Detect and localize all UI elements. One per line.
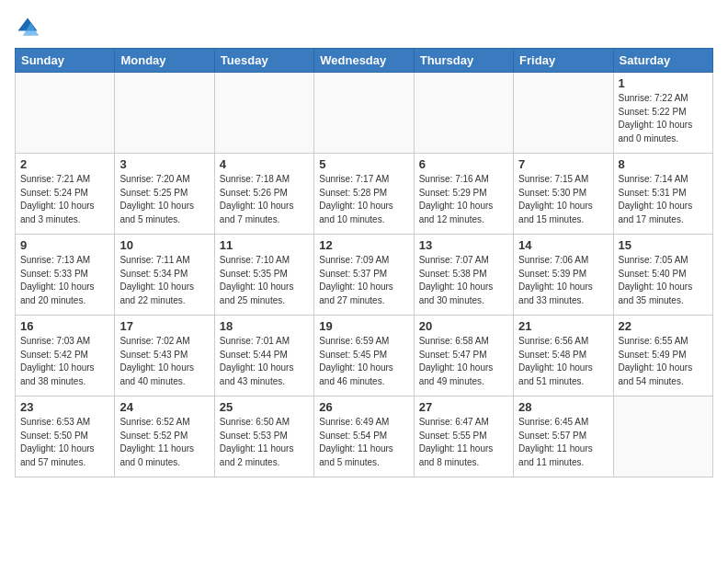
day-number: 24 (119, 400, 209, 414)
header-thursday: Thursday (414, 49, 513, 73)
day-number: 4 (220, 157, 309, 171)
day-cell: 10Sunrise: 7:11 AM Sunset: 5:34 PM Dayli… (115, 235, 214, 316)
day-number: 15 (619, 238, 708, 252)
day-number: 14 (518, 238, 608, 252)
day-cell (16, 73, 115, 154)
header-tuesday: Tuesday (214, 49, 313, 73)
day-number: 21 (518, 319, 608, 333)
day-cell: 8Sunrise: 7:14 AM Sunset: 5:31 PM Daylig… (613, 154, 712, 235)
day-number: 26 (319, 400, 408, 414)
day-info: Sunrise: 6:53 AM Sunset: 5:50 PM Dayligh… (20, 416, 109, 469)
day-cell: 21Sunrise: 6:56 AM Sunset: 5:48 PM Dayli… (514, 316, 613, 396)
day-number: 5 (319, 157, 408, 171)
day-cell: 6Sunrise: 7:16 AM Sunset: 5:29 PM Daylig… (414, 154, 513, 235)
day-cell: 26Sunrise: 6:49 AM Sunset: 5:54 PM Dayli… (314, 396, 414, 477)
day-number: 16 (20, 319, 109, 333)
day-info: Sunrise: 7:22 AM Sunset: 5:22 PM Dayligh… (619, 92, 708, 145)
day-number: 25 (220, 400, 309, 414)
week-row-4: 16Sunrise: 7:03 AM Sunset: 5:42 PM Dayli… (16, 316, 713, 396)
day-cell (214, 73, 313, 154)
day-number: 10 (119, 238, 209, 252)
day-cell: 23Sunrise: 6:53 AM Sunset: 5:50 PM Dayli… (16, 396, 115, 477)
day-cell: 15Sunrise: 7:05 AM Sunset: 5:40 PM Dayli… (613, 235, 712, 316)
day-cell: 12Sunrise: 7:09 AM Sunset: 5:37 PM Dayli… (314, 235, 414, 316)
day-info: Sunrise: 7:05 AM Sunset: 5:40 PM Dayligh… (619, 254, 708, 307)
day-cell (414, 73, 513, 154)
day-cell: 18Sunrise: 7:01 AM Sunset: 5:44 PM Dayli… (214, 316, 313, 396)
calendar-table: SundayMondayTuesdayWednesdayThursdayFrid… (15, 48, 713, 477)
day-cell: 2Sunrise: 7:21 AM Sunset: 5:24 PM Daylig… (16, 154, 115, 235)
day-info: Sunrise: 6:58 AM Sunset: 5:47 PM Dayligh… (419, 335, 508, 388)
logo-icon (15, 15, 40, 40)
day-cell: 24Sunrise: 6:52 AM Sunset: 5:52 PM Dayli… (115, 396, 214, 477)
day-info: Sunrise: 6:56 AM Sunset: 5:48 PM Dayligh… (518, 335, 608, 388)
day-number: 19 (319, 319, 408, 333)
header-sunday: Sunday (16, 49, 115, 73)
day-number: 2 (20, 157, 109, 171)
day-cell (613, 396, 712, 477)
day-cell (115, 73, 214, 154)
day-info: Sunrise: 6:55 AM Sunset: 5:49 PM Dayligh… (619, 335, 708, 388)
day-info: Sunrise: 7:14 AM Sunset: 5:31 PM Dayligh… (619, 173, 708, 226)
day-cell: 14Sunrise: 7:06 AM Sunset: 5:39 PM Dayli… (514, 235, 613, 316)
day-cell: 9Sunrise: 7:13 AM Sunset: 5:33 PM Daylig… (16, 235, 115, 316)
day-info: Sunrise: 6:47 AM Sunset: 5:55 PM Dayligh… (419, 416, 508, 469)
day-info: Sunrise: 7:16 AM Sunset: 5:29 PM Dayligh… (419, 173, 508, 226)
day-info: Sunrise: 7:17 AM Sunset: 5:28 PM Dayligh… (319, 173, 408, 226)
day-number: 1 (619, 76, 708, 90)
day-number: 6 (419, 157, 508, 171)
day-cell: 1Sunrise: 7:22 AM Sunset: 5:22 PM Daylig… (613, 73, 712, 154)
header-saturday: Saturday (613, 49, 712, 73)
day-cell: 19Sunrise: 6:59 AM Sunset: 5:45 PM Dayli… (314, 316, 414, 396)
day-info: Sunrise: 6:59 AM Sunset: 5:45 PM Dayligh… (319, 335, 408, 388)
day-number: 22 (619, 319, 708, 333)
day-info: Sunrise: 7:10 AM Sunset: 5:35 PM Dayligh… (220, 254, 309, 307)
day-info: Sunrise: 7:07 AM Sunset: 5:38 PM Dayligh… (419, 254, 508, 307)
header-friday: Friday (514, 49, 613, 73)
header-monday: Monday (115, 49, 214, 73)
day-number: 12 (319, 238, 408, 252)
day-info: Sunrise: 6:45 AM Sunset: 5:57 PM Dayligh… (518, 416, 608, 469)
day-number: 13 (419, 238, 508, 252)
day-info: Sunrise: 7:03 AM Sunset: 5:42 PM Dayligh… (20, 335, 109, 388)
day-number: 28 (518, 400, 608, 414)
day-number: 9 (20, 238, 109, 252)
page-header (15, 15, 713, 40)
day-number: 8 (619, 157, 708, 171)
day-info: Sunrise: 6:49 AM Sunset: 5:54 PM Dayligh… (319, 416, 408, 469)
day-info: Sunrise: 7:09 AM Sunset: 5:37 PM Dayligh… (319, 254, 408, 307)
day-cell: 11Sunrise: 7:10 AM Sunset: 5:35 PM Dayli… (214, 235, 313, 316)
day-cell: 27Sunrise: 6:47 AM Sunset: 5:55 PM Dayli… (414, 396, 513, 477)
week-row-3: 9Sunrise: 7:13 AM Sunset: 5:33 PM Daylig… (16, 235, 713, 316)
day-info: Sunrise: 6:50 AM Sunset: 5:53 PM Dayligh… (220, 416, 309, 469)
day-number: 27 (419, 400, 508, 414)
week-row-1: 1Sunrise: 7:22 AM Sunset: 5:22 PM Daylig… (16, 73, 713, 154)
day-cell: 13Sunrise: 7:07 AM Sunset: 5:38 PM Dayli… (414, 235, 513, 316)
week-row-5: 23Sunrise: 6:53 AM Sunset: 5:50 PM Dayli… (16, 396, 713, 477)
day-number: 20 (419, 319, 508, 333)
day-cell: 17Sunrise: 7:02 AM Sunset: 5:43 PM Dayli… (115, 316, 214, 396)
day-number: 17 (119, 319, 209, 333)
day-number: 18 (220, 319, 309, 333)
day-info: Sunrise: 7:20 AM Sunset: 5:25 PM Dayligh… (119, 173, 209, 226)
day-info: Sunrise: 7:01 AM Sunset: 5:44 PM Dayligh… (220, 335, 309, 388)
week-row-2: 2Sunrise: 7:21 AM Sunset: 5:24 PM Daylig… (16, 154, 713, 235)
day-info: Sunrise: 7:02 AM Sunset: 5:43 PM Dayligh… (119, 335, 209, 388)
day-info: Sunrise: 7:06 AM Sunset: 5:39 PM Dayligh… (518, 254, 608, 307)
day-cell: 28Sunrise: 6:45 AM Sunset: 5:57 PM Dayli… (514, 396, 613, 477)
day-info: Sunrise: 6:52 AM Sunset: 5:52 PM Dayligh… (119, 416, 209, 469)
day-number: 7 (518, 157, 608, 171)
day-info: Sunrise: 7:11 AM Sunset: 5:34 PM Dayligh… (119, 254, 209, 307)
day-cell: 22Sunrise: 6:55 AM Sunset: 5:49 PM Dayli… (613, 316, 712, 396)
day-info: Sunrise: 7:18 AM Sunset: 5:26 PM Dayligh… (220, 173, 309, 226)
day-cell: 3Sunrise: 7:20 AM Sunset: 5:25 PM Daylig… (115, 154, 214, 235)
day-info: Sunrise: 7:13 AM Sunset: 5:33 PM Dayligh… (20, 254, 109, 307)
header-row: SundayMondayTuesdayWednesdayThursdayFrid… (16, 49, 713, 73)
day-cell (314, 73, 414, 154)
day-cell: 16Sunrise: 7:03 AM Sunset: 5:42 PM Dayli… (16, 316, 115, 396)
day-cell: 4Sunrise: 7:18 AM Sunset: 5:26 PM Daylig… (214, 154, 313, 235)
day-number: 23 (20, 400, 109, 414)
day-number: 11 (220, 238, 309, 252)
day-info: Sunrise: 7:21 AM Sunset: 5:24 PM Dayligh… (20, 173, 109, 226)
day-number: 3 (119, 157, 209, 171)
